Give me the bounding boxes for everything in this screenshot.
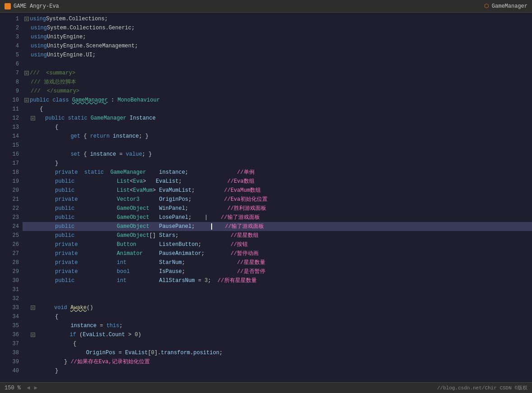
code-line-29: private bool IsPause; //是否暂停 xyxy=(23,267,532,276)
code-line-17: } xyxy=(23,159,532,168)
code-line-5: using UnityEngine.UI; xyxy=(23,51,532,60)
code-line-21: private Vector3 OriginPos; //Eva初始化位置 xyxy=(23,195,532,204)
code-line-33: -void Awake() xyxy=(23,303,532,312)
title-bar: GAME Angry-Eva ⬡ GameManager xyxy=(0,0,532,13)
scroll-left-btn[interactable]: ◀ xyxy=(27,385,30,391)
game-icon xyxy=(5,3,11,9)
code-line-26: private Button ListenButton; //按钮 xyxy=(23,240,532,249)
code-line-1: -using System.Collections; xyxy=(23,14,532,23)
ln-33: 33 xyxy=(0,303,19,312)
ln-10: 10 xyxy=(0,96,19,105)
collapse-10[interactable]: - xyxy=(24,98,29,102)
status-zoom: 150 % ◀ ▶ xyxy=(5,384,37,391)
file-tab-icon: ⬡ xyxy=(484,3,492,9)
title-tab[interactable]: ⬡ GameManager xyxy=(484,3,527,9)
ln-19: 19 xyxy=(0,177,19,186)
code-line-16: set { instance = value; } xyxy=(23,150,532,159)
code-line-37: { xyxy=(23,339,532,348)
ln-35: 35 xyxy=(0,321,19,330)
ln-6: 6 xyxy=(0,60,19,69)
ln-11: 11 xyxy=(0,105,19,114)
ln-16: 16 xyxy=(0,150,19,159)
ln-24: 24 xyxy=(0,222,19,231)
scroll-right-btn[interactable]: ▶ xyxy=(34,385,37,391)
ln-32: 32 xyxy=(0,294,19,303)
ln-23: 23 xyxy=(0,213,19,222)
title-bar-left: GAME Angry-Eva xyxy=(5,3,59,9)
code-line-15 xyxy=(23,141,532,150)
title-project: GAME Angry-Eva xyxy=(14,3,59,9)
code-line-11: { xyxy=(23,105,532,114)
code-line-34: { xyxy=(23,312,532,321)
collapse-7[interactable]: - xyxy=(24,71,29,75)
code-line-4: using UnityEngine.SceneManagement; xyxy=(23,42,532,51)
ln-12: 12 xyxy=(0,114,19,123)
ln-13: 13 xyxy=(0,123,19,132)
status-bar: 150 % ◀ ▶ //blog.csdn.net/Chir CSDN ©版权 xyxy=(0,382,532,393)
ln-40: 40 xyxy=(0,366,19,375)
ln-36: 36 xyxy=(0,330,19,339)
code-line-40: } xyxy=(23,366,532,375)
ln-21: 21 xyxy=(0,195,19,204)
ln-15: 15 xyxy=(0,141,19,150)
ln-29: 29 xyxy=(0,267,19,276)
ln-30: 30 xyxy=(0,276,19,285)
line-numbers: 1 2 3 4 5 6 7 8 9 10 11 12 13 14 15 16 1… xyxy=(0,13,23,382)
code-line-32 xyxy=(23,294,532,303)
code-line-3: using UnityEngine; xyxy=(23,32,532,42)
code-line-28: private int StarNum; //星星数量 xyxy=(23,258,532,267)
code-line-8: /// 游戏总控脚本 xyxy=(23,78,532,87)
code-line-2: using System.Collections.Generic; xyxy=(23,23,532,32)
collapse-33[interactable]: - xyxy=(31,305,35,310)
ln-22: 22 xyxy=(0,204,19,213)
code-line-27: private Animator PauseAnimator; //暂停动画 xyxy=(23,249,532,258)
code-line-30: public int AllStarsNum = 3; //所有星星数量 xyxy=(23,276,532,285)
status-watermark: //blog.csdn.net/Chir CSDN ©版权 xyxy=(437,384,527,391)
code-line-22: public GameObject WinPanel; //胜利游戏面板 xyxy=(23,204,532,213)
code-line-23: public GameObject LosePanel; | //输了游戏面板 xyxy=(23,213,532,222)
code-line-31 xyxy=(23,285,532,294)
ln-14: 14 xyxy=(0,132,19,141)
ln-37: 37 xyxy=(0,339,19,348)
ln-8: 8 xyxy=(0,78,19,87)
code-line-25: public GameObject[] Stars; //星星数组 xyxy=(23,231,532,240)
watermark-text: //blog.csdn.net/Chir CSDN ©版权 xyxy=(437,385,527,391)
code-line-6 xyxy=(23,60,532,69)
editor-container: 1 2 3 4 5 6 7 8 9 10 11 12 13 14 15 16 1… xyxy=(0,13,532,382)
ln-7: 7 xyxy=(0,69,19,78)
ln-25: 25 xyxy=(0,231,19,240)
zoom-level: 150 % xyxy=(5,385,21,391)
code-line-38: OriginPos = EvaList[0].transform.positio… xyxy=(23,348,532,357)
ln-38: 38 xyxy=(0,348,19,357)
ln-27: 27 xyxy=(0,249,19,258)
code-line-35: instance = this; xyxy=(23,321,532,330)
ln-31: 31 xyxy=(0,285,19,294)
code-line-10: -public class GameManager : MonoBehaviou… xyxy=(23,96,532,105)
code-line-24: public GameObject PausePanel; //输了游戏面板 xyxy=(23,222,532,231)
ln-1: 1 xyxy=(0,14,19,23)
ln-18: 18 xyxy=(0,168,19,177)
ln-20: 20 xyxy=(0,186,19,195)
code-line-18: private static GameManager instance; //单… xyxy=(23,168,532,177)
ln-17: 17 xyxy=(0,159,19,168)
code-area[interactable]: -using System.Collections; using System.… xyxy=(23,13,532,382)
ln-4: 4 xyxy=(0,42,19,51)
ln-26: 26 xyxy=(0,240,19,249)
ln-3: 3 xyxy=(0,32,19,42)
code-line-12: -public static GameManager Instance xyxy=(23,114,532,123)
ln-34: 34 xyxy=(0,312,19,321)
collapse-36[interactable]: - xyxy=(31,333,35,337)
collapse-1[interactable]: - xyxy=(24,17,29,21)
ln-28: 28 xyxy=(0,258,19,267)
code-line-19: public List<Eva> EvaList; //Eva数组 xyxy=(23,177,532,186)
collapse-12[interactable]: - xyxy=(31,116,35,120)
code-line-13: { xyxy=(23,123,532,132)
code-line-7: -/// <summary> xyxy=(23,69,532,78)
code-line-14: get { return instance; } xyxy=(23,132,532,141)
code-line-20: public List<EvaMum> EvaMumList; //EvaMum… xyxy=(23,186,532,195)
ln-2: 2 xyxy=(0,23,19,32)
code-line-39: } //如果存在Eva,记录初始化位置 xyxy=(23,357,532,366)
code-line-9: /// </summary> xyxy=(23,87,532,96)
ln-9: 9 xyxy=(0,87,19,96)
ln-39: 39 xyxy=(0,357,19,366)
